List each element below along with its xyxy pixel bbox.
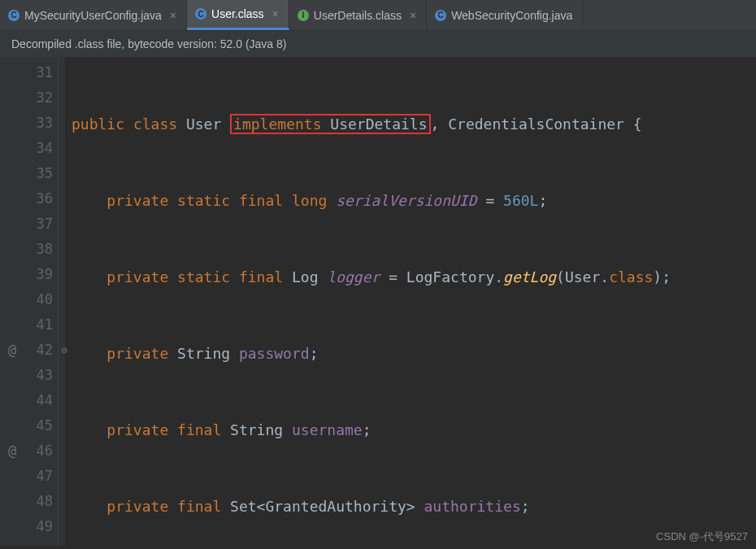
tab-user-class[interactable]: C User.class ×: [187, 0, 289, 30]
tab-label: WebSecurityConfig.java: [451, 9, 572, 22]
class-icon: C: [8, 10, 20, 21]
class-icon: C: [195, 8, 206, 20]
interface-icon: I: [298, 10, 309, 21]
code-line: public class User implements UserDetails…: [72, 111, 756, 137]
tab-mysecurityuserconfig[interactable]: C MySecurityUserConfig.java ×: [0, 0, 187, 30]
close-icon[interactable]: ×: [410, 9, 416, 22]
tab-websecurityconfig[interactable]: C WebSecurityConfig.java: [427, 0, 583, 30]
class-icon: C: [435, 10, 446, 21]
gutter-stripe: [59, 57, 65, 546]
tab-label: UserDetails.class: [314, 9, 402, 22]
close-icon[interactable]: ×: [272, 7, 279, 20]
close-icon[interactable]: ×: [170, 9, 176, 22]
tab-label: User.class: [211, 7, 264, 20]
editor-tabs: C MySecurityUserConfig.java × C User.cla…: [0, 0, 756, 31]
code-editor[interactable]: 31 32 33 34 35 36 37 38 39 40 41 42 43 4…: [0, 57, 756, 546]
decompiled-banner: Decompiled .class file, bytecode version…: [0, 31, 756, 57]
code-line: private String password;: [72, 341, 756, 366]
code-line: private final String username;: [72, 417, 756, 442]
code-area[interactable]: public class User implements UserDetails…: [65, 57, 756, 546]
code-line: private static final long serialVersionU…: [72, 188, 756, 213]
code-line: private final Set<GrantedAuthority> auth…: [72, 494, 756, 519]
watermark: CSDN @-代号9527: [656, 529, 748, 544]
tab-userdetails-class[interactable]: I UserDetails.class ×: [289, 0, 427, 30]
highlighted-annotation: implements UserDetails: [230, 114, 430, 134]
line-gutter: 31 32 33 34 35 36 37 38 39 40 41 42 43 4…: [0, 57, 59, 546]
code-line: private static final Log logger = LogFac…: [72, 264, 756, 290]
tab-label: MySecurityUserConfig.java: [24, 9, 162, 22]
